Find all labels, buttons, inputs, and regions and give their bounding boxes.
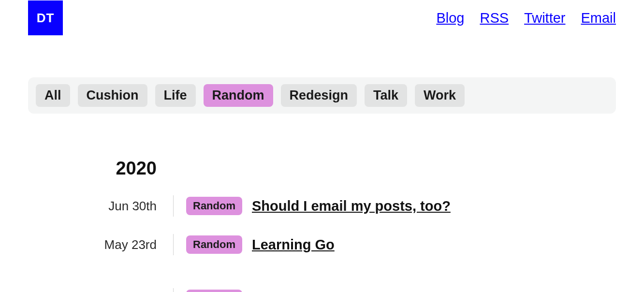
tag-random[interactable]: Random [204, 84, 273, 107]
header: DT Blog RSS Twitter Email [28, 0, 616, 36]
tag-cushion[interactable]: Cushion [78, 84, 147, 107]
post-tag[interactable]: Random [186, 290, 242, 292]
logo[interactable]: DT [28, 0, 63, 35]
tag-filter-bar: All Cushion Life Random Redesign Talk Wo… [28, 77, 616, 114]
tag-talk[interactable]: Talk [365, 84, 407, 107]
year-heading-row: 2020 [28, 158, 616, 179]
nav-rss[interactable]: RSS [480, 10, 509, 26]
nav: Blog RSS Twitter Email [436, 10, 616, 26]
post-row: May 23rd Random Learning Go [28, 234, 616, 255]
divider [173, 195, 174, 217]
divider [173, 288, 174, 292]
tag-redesign[interactable]: Redesign [281, 84, 357, 107]
nav-twitter[interactable]: Twitter [524, 10, 565, 26]
post-row: Apr 26th Random Checkered pattern for lo… [28, 288, 616, 292]
post-tag[interactable]: Random [186, 235, 242, 254]
post-date: Jun 30th [28, 199, 173, 214]
post-title-link[interactable]: Learning Go [252, 237, 335, 253]
post-title-link[interactable]: Should I email my posts, too? [252, 198, 451, 214]
divider [173, 234, 174, 255]
tag-life[interactable]: Life [155, 84, 196, 107]
post-date: May 23rd [28, 237, 173, 252]
tag-work[interactable]: Work [415, 84, 465, 107]
nav-blog[interactable]: Blog [436, 10, 464, 26]
nav-email[interactable]: Email [581, 10, 616, 26]
post-tag[interactable]: Random [186, 197, 242, 215]
post-row: Jun 30th Random Should I email my posts,… [28, 195, 616, 217]
tag-all[interactable]: All [36, 84, 70, 107]
year-heading: 2020 [28, 158, 173, 179]
